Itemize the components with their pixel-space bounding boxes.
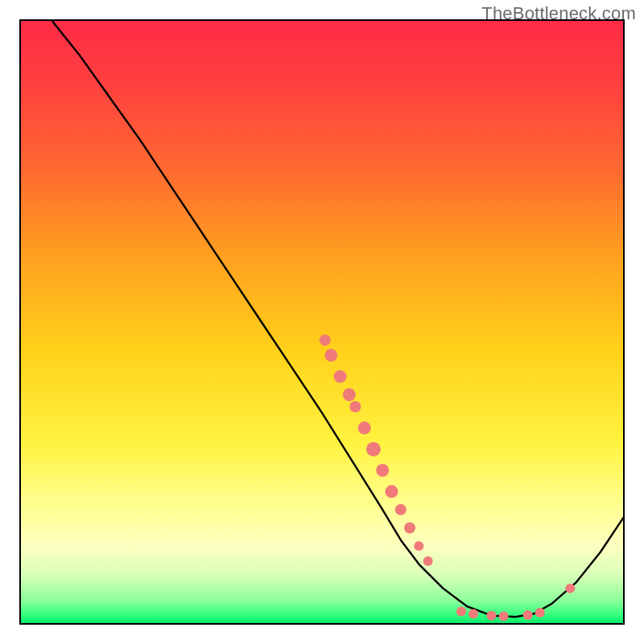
watermark-text: TheBottleneck.com [481,3,636,24]
data-point-cluster-mid [366,442,381,456]
data-point-bottom-right [523,610,533,620]
data-point-rising [565,584,575,593]
data-point-cluster-mid [385,485,398,498]
data-point-cluster-low [395,504,407,515]
data-point-bottom-mid [499,611,509,621]
curve-line [19,19,625,617]
data-point-cluster-mid [358,422,371,435]
data-point-cluster-upper [334,370,347,383]
data-point-cluster-upper [320,335,331,346]
data-point-cluster-low [423,556,433,566]
data-point-cluster-mid [376,464,389,477]
data-point-bottom-left [469,609,478,618]
data-point-cluster-low [404,522,415,534]
data-point-cluster-upper [343,388,356,401]
data-point-bottom-right [535,608,545,617]
data-point-cluster-low [414,541,423,551]
data-point-cluster-upper [324,349,337,361]
data-point-bottom-mid [487,611,497,621]
data-point-bottom-left [456,606,466,616]
chart-container: TheBottleneck.com [0,0,644,644]
points-group [320,335,576,621]
data-point-cluster-upper [349,401,361,412]
chart-overlay [19,19,625,625]
